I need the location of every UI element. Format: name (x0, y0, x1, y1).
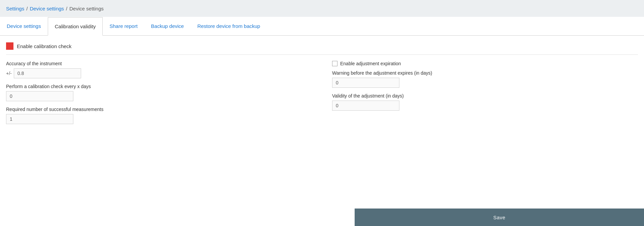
enable-calibration-label: Enable calibration check (17, 43, 72, 49)
accuracy-input-row: +/- (6, 68, 312, 78)
save-button[interactable]: Save (355, 209, 644, 226)
warning-days-group: Warning before the adjustment expires (i… (332, 70, 638, 88)
tab-backup-device[interactable]: Backup device (144, 17, 191, 35)
validity-days-input[interactable] (332, 101, 399, 111)
tabs-bar: Device settings Calibration validity Sha… (0, 17, 644, 36)
breadcrumb-device-settings[interactable]: Device settings (30, 6, 64, 11)
breadcrumb-sep-1: / (26, 6, 28, 11)
tab-share-report[interactable]: Share report (103, 17, 144, 35)
calibration-days-label: Perform a calibration check every x days (6, 84, 312, 89)
tab-calibration-validity[interactable]: Calibration validity (48, 17, 103, 36)
calibration-status-indicator (6, 42, 13, 50)
accuracy-prefix: +/- (6, 71, 12, 76)
tab-restore-device[interactable]: Restore device from backup (190, 17, 267, 35)
tab-device-settings[interactable]: Device settings (0, 17, 48, 35)
enable-adjustment-label: Enable adjustment expiration (340, 61, 401, 66)
left-column: Accuracy of the instrument +/- Perform a… (6, 61, 325, 129)
content-area: Enable calibration check Accuracy of the… (0, 36, 644, 136)
calibration-days-group: Perform a calibration check every x days (6, 84, 312, 101)
successful-measurements-label: Required number of successful measuremen… (6, 107, 312, 112)
breadcrumb-current: Device settings (69, 6, 104, 11)
breadcrumb-sep-2: / (66, 6, 67, 11)
accuracy-label: Accuracy of the instrument (6, 61, 312, 66)
accuracy-input[interactable] (14, 68, 81, 78)
save-button-wrapper: Save (355, 209, 644, 226)
enable-adjustment-checkbox[interactable] (332, 61, 337, 66)
enable-adjustment-row: Enable adjustment expiration (332, 61, 638, 66)
right-column: Enable adjustment expiration Warning bef… (325, 61, 638, 129)
accuracy-group: Accuracy of the instrument +/- (6, 61, 312, 78)
validity-days-label: Validity of the adjustment (in days) (332, 93, 638, 99)
validity-days-group: Validity of the adjustment (in days) (332, 93, 638, 111)
breadcrumb: Settings / Device settings / Device sett… (0, 0, 644, 17)
calibration-days-input[interactable] (6, 91, 73, 101)
successful-measurements-input[interactable] (6, 114, 73, 124)
warning-days-input[interactable] (332, 78, 399, 88)
enable-calibration-row: Enable calibration check (6, 42, 638, 55)
warning-days-label: Warning before the adjustment expires (i… (332, 70, 638, 76)
main-columns: Accuracy of the instrument +/- Perform a… (6, 61, 638, 129)
successful-measurements-group: Required number of successful measuremen… (6, 107, 312, 124)
breadcrumb-settings[interactable]: Settings (6, 6, 24, 11)
